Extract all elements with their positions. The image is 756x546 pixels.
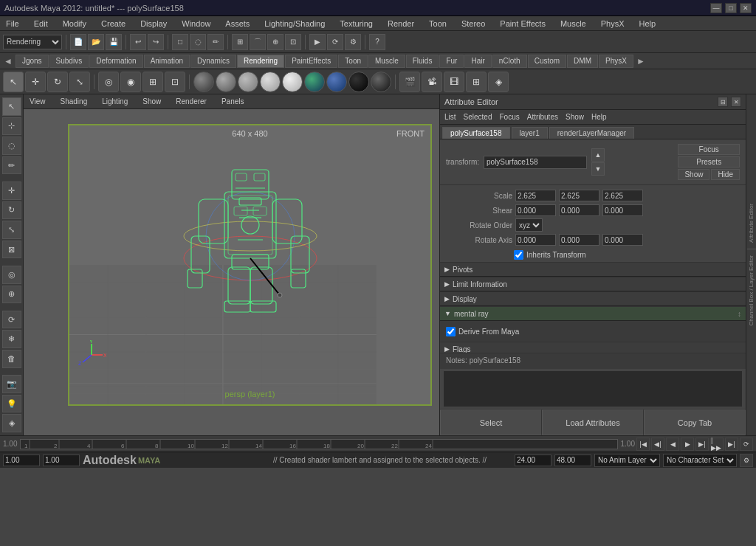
playback-prev-key-button[interactable]: ◀| <box>651 438 664 451</box>
tab-toon[interactable]: Toon <box>338 55 368 68</box>
presets-button[interactable]: Presets <box>678 156 740 167</box>
ipr-render-button[interactable]: ⟳ <box>327 34 343 50</box>
timeline-bar[interactable]: 1 2 4 6 8 10 12 14 16 18 20 22 24 <box>20 439 617 449</box>
attr-menu-attributes[interactable]: Attributes <box>527 113 558 121</box>
tab-subdivs[interactable]: Subdivs <box>49 55 89 68</box>
save-scene-button[interactable]: 💾 <box>106 34 122 50</box>
tool-history[interactable]: ⟳ <box>2 311 21 329</box>
select-by-name-button[interactable]: □ <box>172 34 188 50</box>
inherits-transform-checkbox[interactable] <box>514 250 523 260</box>
attr-close-button[interactable]: ✕ <box>731 97 741 107</box>
material-sphere-default[interactable] <box>193 72 214 92</box>
rotate-tool-button[interactable]: ↻ <box>47 72 68 92</box>
tool-camera[interactable]: 📷 <box>2 375 21 393</box>
render-icon-btn4[interactable]: ⊞ <box>466 72 487 92</box>
transform-prev-button[interactable]: ▲ <box>591 148 605 162</box>
lasso-select-button[interactable]: ◌ <box>190 34 206 50</box>
tab-physx[interactable]: PhysX <box>599 55 633 68</box>
snap-curve-button[interactable]: ⌒ <box>250 34 266 50</box>
vp-menu-renderer[interactable]: Renderer <box>173 97 210 106</box>
close-button[interactable]: ✕ <box>740 3 752 13</box>
playback-prev-button[interactable]: ◀ <box>666 438 679 451</box>
menu-texturing[interactable]: Texturing <box>337 19 376 28</box>
tool-lasso[interactable]: ◌ <box>2 136 21 155</box>
rotate-axis-y-input[interactable] <box>559 234 599 246</box>
menu-window[interactable]: Window <box>179 19 213 28</box>
paint-select-button[interactable]: ✏ <box>207 34 224 50</box>
render-scene-button[interactable]: ▶ <box>309 34 326 50</box>
tab-animation[interactable]: Animation <box>144 55 190 68</box>
material-sphere-phong[interactable] <box>238 72 258 92</box>
transform-next-button[interactable]: ▼ <box>591 162 605 176</box>
scale-z-input[interactable] <box>602 190 643 201</box>
tab-painteffects[interactable]: PaintEffects <box>285 55 337 68</box>
playback-loop-button[interactable]: ⟳ <box>740 438 753 451</box>
tab-dynamics[interactable]: Dynamics <box>190 55 236 68</box>
flags-section[interactable]: ▶ Flags <box>440 342 746 353</box>
attr-menu-list[interactable]: List <box>444 113 456 121</box>
rotate-order-select[interactable]: xyz yzx zxy <box>515 218 543 232</box>
display-section[interactable]: ▶ Display <box>440 291 746 306</box>
pivots-section[interactable]: ▶ Pivots <box>440 262 746 277</box>
focus-button[interactable]: Focus <box>678 144 740 155</box>
tool-transform[interactable]: ⊠ <box>2 241 21 259</box>
shear-z-input[interactable] <box>602 204 643 216</box>
scale-x-input[interactable] <box>515 190 556 201</box>
attr-menu-help[interactable]: Help <box>591 113 607 121</box>
material-sphere-lambert[interactable] <box>216 72 236 92</box>
snap-grid-button[interactable]: ⊞ <box>232 34 248 50</box>
minimize-button[interactable]: — <box>710 3 722 13</box>
limit-info-section[interactable]: ▶ Limit Information <box>440 277 746 291</box>
snap-view-button[interactable]: ⊡ <box>165 72 185 92</box>
attr-notes-content[interactable] <box>443 370 743 407</box>
render-icon-btn5[interactable]: ◈ <box>488 72 509 92</box>
menu-paint-effects[interactable]: Paint Effects <box>497 19 549 28</box>
redo-button[interactable]: ↪ <box>148 34 164 50</box>
rotate-axis-z-input[interactable] <box>602 234 643 246</box>
time-field-1[interactable] <box>3 455 40 466</box>
soft-select2-button[interactable]: ◉ <box>120 72 141 92</box>
current-time-field[interactable] <box>515 455 551 466</box>
tab-rendering[interactable]: Rendering <box>237 55 284 68</box>
show-button[interactable]: Show <box>678 169 709 180</box>
menu-lighting-shading[interactable]: Lighting/Shading <box>261 19 328 28</box>
vp-menu-show[interactable]: Show <box>140 97 164 106</box>
char-set-button[interactable]: ⚙ <box>740 454 753 467</box>
attr-menu-focus[interactable]: Focus <box>499 113 519 121</box>
char-set-select[interactable]: No Character Set <box>663 454 737 467</box>
render-icon-btn2[interactable]: 📽 <box>422 72 442 92</box>
tool-select[interactable]: ↖ <box>2 97 21 116</box>
menu-help[interactable]: Help <box>636 19 659 28</box>
vp-menu-panels[interactable]: Panels <box>219 97 247 106</box>
shear-y-input[interactable] <box>559 204 599 216</box>
tab-custom[interactable]: Custom <box>528 55 566 68</box>
menu-edit[interactable]: Edit <box>31 19 51 28</box>
menu-display[interactable]: Display <box>137 19 170 28</box>
tool-material[interactable]: ◈ <box>2 414 21 432</box>
attr-tab-renderlayer[interactable]: renderLayerManager <box>549 127 634 139</box>
hide-button[interactable]: Hide <box>711 169 740 180</box>
tab-fluids[interactable]: Fluids <box>406 55 439 68</box>
menu-render[interactable]: Render <box>385 19 417 28</box>
attr-float-button[interactable]: ⊟ <box>718 97 728 107</box>
menu-muscle[interactable]: Muscle <box>557 19 589 28</box>
snap-point-button[interactable]: ⊕ <box>267 34 284 50</box>
mental-ray-section[interactable]: ▼ mental ray ↕ <box>440 306 746 321</box>
tool-delete[interactable]: 🗑 <box>2 350 21 368</box>
vp-menu-shading[interactable]: Shading <box>58 97 91 106</box>
tool-snap[interactable]: ⊕ <box>2 286 21 304</box>
tab-jgons[interactable]: Jgons <box>16 55 49 68</box>
anim-layer-select[interactable]: No Anim Layer <box>594 454 660 467</box>
menu-assets[interactable]: Assets <box>222 19 252 28</box>
menu-physx[interactable]: PhysX <box>598 19 628 28</box>
vp-menu-lighting[interactable]: Lighting <box>99 97 131 106</box>
tabs-scroll-left[interactable]: ◄ <box>1 56 15 66</box>
render-icon-btn1[interactable]: 🎬 <box>399 72 420 92</box>
menu-file[interactable]: File <box>3 19 22 28</box>
tool-scale[interactable]: ⤡ <box>2 221 21 239</box>
move-tool-button[interactable]: ✛ <box>25 72 46 92</box>
select-button[interactable]: Select <box>440 410 542 435</box>
vp-menu-view[interactable]: View <box>27 97 49 106</box>
symmetry-button[interactable]: ⊞ <box>142 72 163 92</box>
maximize-button[interactable]: □ <box>725 3 737 13</box>
